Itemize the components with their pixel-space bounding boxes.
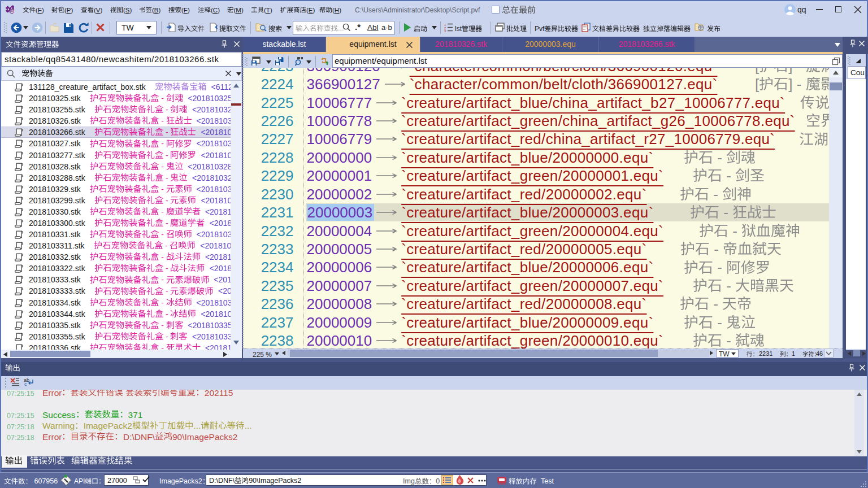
svg-text:B: B [10,8,14,14]
svg-text:c: c [24,381,27,387]
